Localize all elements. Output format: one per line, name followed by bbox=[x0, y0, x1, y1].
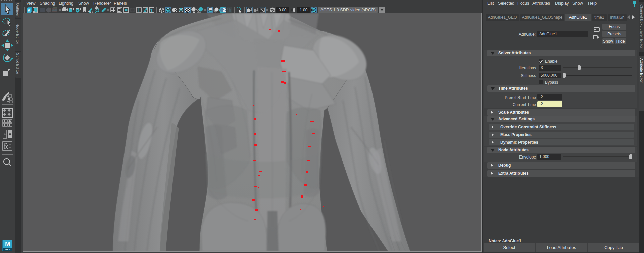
svg-text:AYA: AYA bbox=[5, 248, 10, 251]
svg-text:0.00: 0.00 bbox=[279, 8, 287, 12]
svg-text:ON: ON bbox=[312, 9, 316, 11]
svg-text:1.00: 1.00 bbox=[300, 8, 308, 12]
svg-text:ACES 1.0 SDR-video (sRGB): ACES 1.0 SDR-video (sRGB) bbox=[320, 8, 376, 12]
svg-text:M: M bbox=[5, 240, 10, 247]
svg-text:T: T bbox=[150, 8, 153, 13]
svg-text:A: A bbox=[28, 8, 30, 12]
